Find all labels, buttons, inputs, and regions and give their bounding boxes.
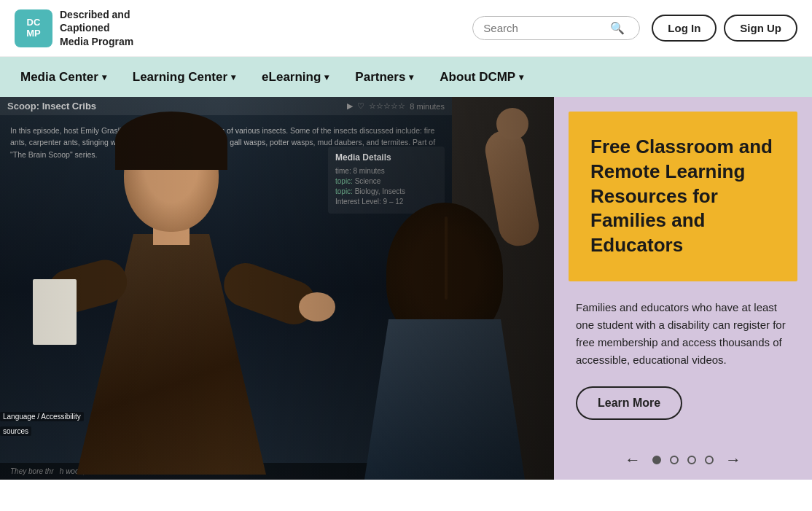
hero-title: Free Classroom and Remote Learning Resou… xyxy=(590,135,776,258)
topic-label: topic: xyxy=(335,177,353,185)
nav-label-elearning: eLearning xyxy=(262,70,321,85)
student-figure xyxy=(357,203,532,480)
nav-item-about[interactable]: About DCMP ▾ xyxy=(426,57,536,97)
header-buttons: Log In Sign Up xyxy=(652,15,797,42)
topic2-value: Biology, Insects xyxy=(355,187,405,195)
hero-description: Families and educators who have at least… xyxy=(576,299,790,369)
carousel-next-button[interactable]: → xyxy=(722,450,744,469)
logo-area: DCMP Described and Captioned Media Progr… xyxy=(15,8,176,48)
site-name: Described and Captioned Media Program xyxy=(60,8,176,48)
video-icon: ▶ xyxy=(347,101,353,111)
chevron-down-icon: ▾ xyxy=(409,72,413,82)
hero-content: Families and educators who have at least… xyxy=(554,281,812,437)
learn-more-button[interactable]: Learn More xyxy=(576,386,682,420)
nav-label-partners: Partners xyxy=(355,70,405,85)
duration-label: 8 minutes xyxy=(410,102,445,111)
nav-item-elearning[interactable]: eLearning ▾ xyxy=(249,57,342,97)
carousel-dot-2[interactable] xyxy=(670,456,679,464)
photo-scene: Scoop: Insect Cribs ▶ ♡ ☆☆☆☆☆ 8 minutes … xyxy=(0,97,554,480)
chevron-down-icon: ▾ xyxy=(324,72,329,82)
nav-item-media-center[interactable]: Media Center ▾ xyxy=(7,57,120,97)
header: DCMP Described and Captioned Media Progr… xyxy=(0,0,812,57)
signup-button[interactable]: Sign Up xyxy=(724,15,797,42)
chevron-down-icon: ▾ xyxy=(231,72,235,82)
student-hand-raised xyxy=(496,108,528,140)
topic-value: Science xyxy=(355,177,381,185)
teacher-paper xyxy=(33,279,77,345)
screen-title: Scoop: Insect Cribs xyxy=(7,101,96,112)
left-label-1: Language / Accessibility xyxy=(0,412,84,421)
yellow-box: Free Classroom and Remote Learning Resou… xyxy=(569,112,797,281)
hero-image: Scoop: Insect Cribs ▶ ♡ ☆☆☆☆☆ 8 minutes … xyxy=(0,97,554,480)
details-title: Media Details xyxy=(335,152,437,163)
nav-label-learning-center: Learning Center xyxy=(133,70,227,85)
heart-icon: ♡ xyxy=(357,101,364,111)
student-body xyxy=(364,319,525,480)
hero-info-panel: Free Classroom and Remote Learning Resou… xyxy=(554,97,812,480)
teacher-hand-right xyxy=(299,292,335,321)
topic-row-2: topic: Biology, Insects xyxy=(335,187,437,195)
teacher-hair xyxy=(115,112,227,170)
chevron-down-icon: ▾ xyxy=(519,72,523,82)
topic2-label: topic: xyxy=(335,187,353,195)
screen-header-icons: ▶ ♡ ☆☆☆☆☆ 8 minutes xyxy=(347,101,445,111)
hero-section: Scoop: Insect Cribs ▶ ♡ ☆☆☆☆☆ 8 minutes … xyxy=(0,97,812,480)
carousel-prev-button[interactable]: ← xyxy=(622,450,644,469)
time-value: 8 minutes xyxy=(353,167,384,175)
topic-row-1: topic: Science xyxy=(335,177,437,185)
stars-icon: ☆☆☆☆☆ xyxy=(369,101,405,111)
nav-item-learning-center[interactable]: Learning Center ▾ xyxy=(120,57,249,97)
braid-highlight xyxy=(445,217,448,300)
time-label: time: xyxy=(335,167,351,175)
teacher-figure xyxy=(40,119,332,476)
main-nav: Media Center ▾ Learning Center ▾ eLearni… xyxy=(0,57,812,97)
nav-item-partners[interactable]: Partners ▾ xyxy=(342,57,426,97)
screen-header: Scoop: Insect Cribs ▶ ♡ ☆☆☆☆☆ 8 minutes xyxy=(0,97,452,115)
left-label-2: sources xyxy=(0,426,31,436)
login-button[interactable]: Log In xyxy=(652,15,717,42)
search-bar[interactable]: 🔍 xyxy=(472,16,640,40)
carousel-dot-3[interactable] xyxy=(687,456,696,464)
chevron-down-icon: ▾ xyxy=(102,72,106,82)
carousel-dot-4[interactable] xyxy=(705,456,714,464)
time-row: time: 8 minutes xyxy=(335,167,437,175)
nav-label-media-center: Media Center xyxy=(20,70,98,85)
logo-icon: DCMP xyxy=(15,9,52,47)
teacher-arm-right xyxy=(218,257,322,331)
search-input[interactable] xyxy=(483,22,607,34)
nav-label-about: About DCMP xyxy=(440,70,515,85)
carousel-controls: ← → xyxy=(554,437,812,480)
search-icon-button[interactable]: 🔍 xyxy=(610,21,625,35)
carousel-dot-1[interactable] xyxy=(652,456,661,464)
